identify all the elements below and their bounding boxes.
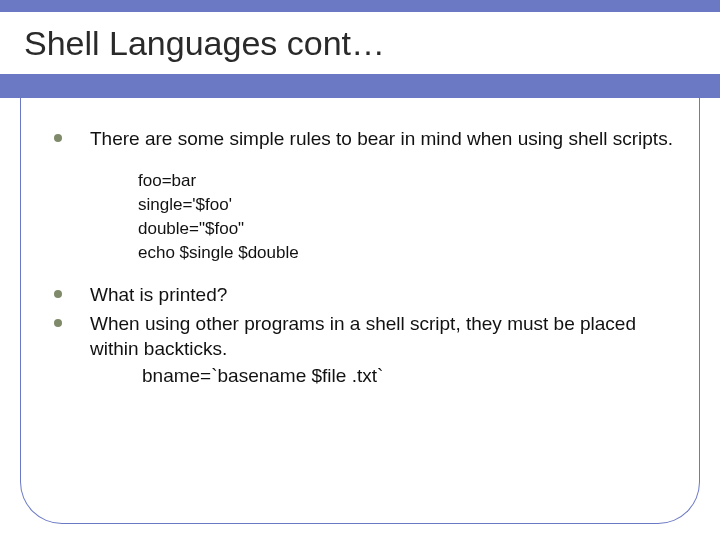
code-line: echo $single $double: [138, 241, 680, 265]
bullet-text: What is printed?: [90, 282, 680, 307]
bullet-icon: [54, 319, 62, 327]
code-line: bname=`basename $file .txt`: [142, 363, 680, 388]
bullet-icon: [54, 134, 62, 142]
bullet-row: When using other programs in a shell scr…: [54, 311, 680, 388]
body-text: There are some simple rules to bear in m…: [54, 126, 680, 392]
code-line: foo=bar: [138, 169, 680, 193]
code-line: double="$foo": [138, 217, 680, 241]
bullet-text: There are some simple rules to bear in m…: [90, 126, 680, 151]
header-bar: Shell Languages cont…: [0, 0, 720, 98]
title-band: Shell Languages cont…: [0, 12, 720, 74]
bullet-row: There are some simple rules to bear in m…: [54, 126, 680, 151]
bullet-text-inner: When using other programs in a shell scr…: [90, 313, 636, 359]
bullet-text: When using other programs in a shell scr…: [90, 311, 680, 388]
bullet-icon: [54, 290, 62, 298]
content-area: There are some simple rules to bear in m…: [0, 98, 720, 540]
code-line: single='$foo': [138, 193, 680, 217]
bullet-row: What is printed?: [54, 282, 680, 307]
slide-title: Shell Languages cont…: [24, 24, 385, 63]
code-block: foo=bar single='$foo' double="$foo" echo…: [138, 169, 680, 266]
